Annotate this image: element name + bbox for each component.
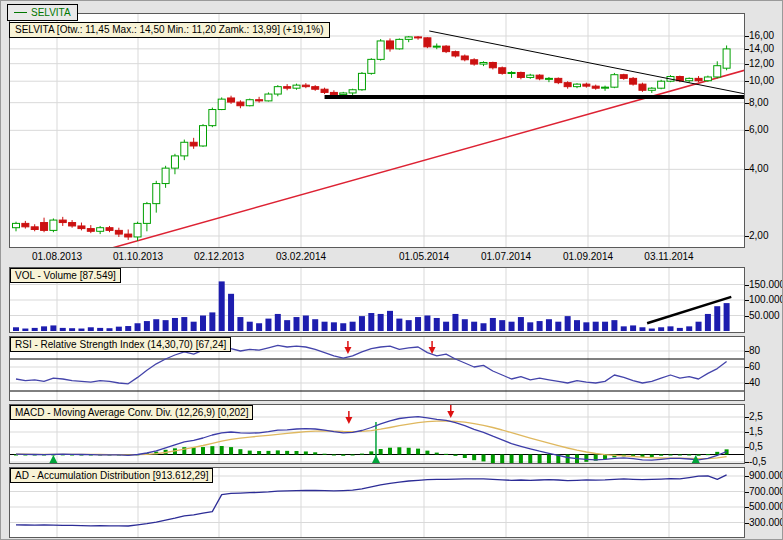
volume-bar [509, 322, 515, 331]
volume-bar [163, 320, 169, 331]
series-line-sample-icon [14, 12, 27, 13]
candle-body [181, 142, 188, 156]
volume-bar [639, 327, 645, 331]
price-axis-tick-label: 8,00 [749, 97, 768, 109]
candle-body [256, 100, 263, 101]
candle-body [125, 234, 132, 237]
candle-body [13, 223, 20, 227]
volume-bar [677, 328, 683, 331]
volume-bar [340, 323, 346, 331]
candle-body [87, 229, 94, 232]
macd-histogram-bar [192, 447, 196, 454]
macd-histogram-bar [285, 451, 289, 455]
price-axis-tick-label: 4,00 [749, 163, 768, 175]
candle-body [143, 204, 150, 224]
price-axis-tick-label: 2,00 [749, 230, 768, 242]
macd-histogram-bar [463, 455, 467, 459]
macd-histogram-bar [510, 455, 514, 464]
candle-body [209, 110, 216, 126]
candle-body [489, 62, 496, 67]
volume-bar [583, 322, 589, 331]
candle-body [527, 75, 534, 77]
macd-histogram-bar [472, 455, 476, 461]
volume-bar [611, 320, 617, 331]
candle-body [200, 126, 207, 146]
x-axis-date-label: 02.12.2013 [194, 251, 244, 263]
candle-body [50, 220, 57, 230]
candle-body [396, 39, 403, 48]
volume-bar [565, 316, 571, 331]
macd-histogram-bar [351, 455, 355, 456]
macd-histogram-bar [500, 455, 504, 464]
macd-axis-tick-label: 2,5 [749, 411, 763, 423]
volume-bar [602, 322, 608, 331]
volume-bar [490, 318, 496, 331]
macd-histogram-bar [547, 455, 551, 464]
macd-histogram-bar [435, 453, 439, 455]
volume-bar [462, 319, 468, 331]
macd-histogram-bar [584, 455, 588, 462]
candle-body [321, 89, 328, 92]
macd-histogram-bar [304, 451, 308, 454]
macd-histogram-bar [706, 454, 710, 455]
macd-histogram-bar [482, 455, 486, 462]
volume-bar [97, 328, 103, 331]
candle-body [471, 60, 478, 64]
macd-histogram-bar [687, 455, 691, 456]
volume-bar [22, 329, 28, 331]
price-chart-canvas[interactable] [9, 13, 745, 248]
macd-axis-tick-label: 1,5 [749, 426, 763, 438]
volume-bar [78, 329, 84, 331]
volume-bar [368, 313, 374, 331]
price-axis-tick-label: 6,00 [749, 124, 768, 136]
x-axis-date-label: 03.11.2014 [644, 251, 693, 263]
macd-histogram-bar [697, 455, 701, 456]
candle-body [171, 156, 178, 168]
volume-bar [350, 322, 356, 331]
candle-body [433, 46, 440, 47]
series-legend-tab[interactable]: SELVITA [7, 4, 78, 21]
macd-histogram-bar [210, 446, 214, 454]
volume-bar [322, 322, 328, 331]
macd-histogram-bar [416, 449, 420, 455]
volume-bar [284, 320, 290, 331]
candle-body [424, 38, 431, 47]
ad-axis-tick-label: 900.000 [749, 470, 783, 482]
macd-histogram-bar [397, 447, 401, 454]
ad-axis-tick-label: 500.000 [749, 501, 783, 513]
volume-bar [69, 328, 75, 331]
candle-body [377, 41, 384, 59]
candle-body [153, 184, 160, 204]
price-axis-tick-label: 16,00 [749, 30, 774, 42]
volume-bar [668, 326, 674, 331]
volume-bar [696, 322, 702, 331]
candle-body [218, 99, 225, 109]
volume-bar [378, 314, 384, 331]
candle-body [368, 59, 375, 73]
volume-bar [275, 314, 281, 331]
macd-histogram-bar [388, 448, 392, 455]
series-legend-label: SELVITA [31, 7, 71, 18]
volume-bar [312, 319, 318, 331]
candle-body [31, 227, 38, 230]
candle-body [302, 85, 309, 87]
volume-bar [153, 319, 159, 331]
volume-bar [658, 327, 664, 331]
rsi-axis-tick-label: 60 [749, 361, 760, 373]
candle-body [602, 87, 609, 88]
x-axis-date-label: 01.05.2014 [399, 251, 449, 263]
chart-window: SELVITA SELVITA [Otw.: 11,45 Max.: 14,50… [0, 0, 783, 540]
volume-bar [200, 316, 206, 332]
volume-bar [60, 328, 66, 331]
volume-bar [499, 320, 505, 331]
macd-histogram-bar [257, 451, 261, 454]
candle-body [517, 72, 524, 77]
macd-axis-tick-label: -0,5 [749, 456, 766, 468]
macd-histogram-bar [266, 451, 270, 455]
candle-body [293, 85, 300, 88]
macd-histogram-bar [519, 455, 523, 464]
ad-panel-label: AD - Accumulation Distribution [913.612,… [10, 468, 213, 483]
volume-bar [191, 322, 197, 331]
macd-histogram-bar [295, 451, 299, 455]
candle-body [41, 223, 48, 231]
